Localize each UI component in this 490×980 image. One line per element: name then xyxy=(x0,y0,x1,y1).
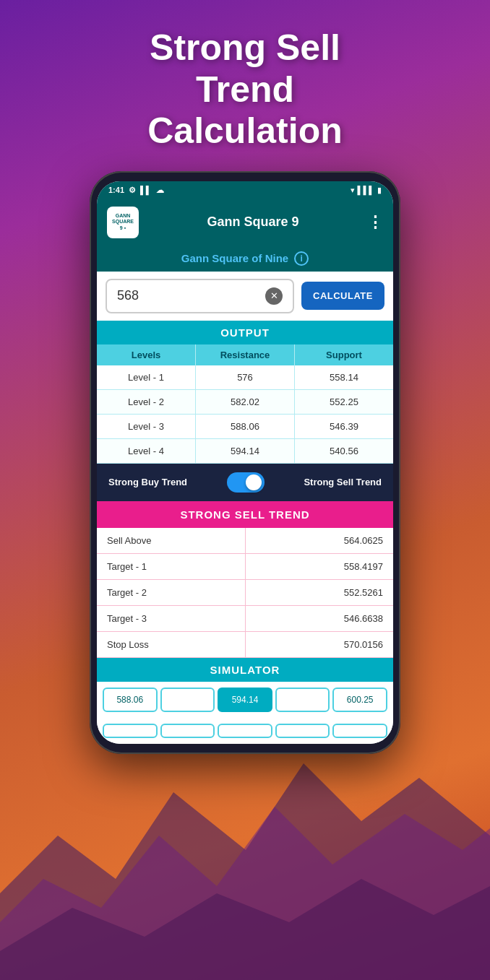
battery-icon: ▮ xyxy=(377,186,382,195)
output-table-header: Levels Resistance Support xyxy=(97,344,393,365)
sell-trend-label: Strong Sell Trend xyxy=(304,477,382,487)
sim-cell-3[interactable]: 594.14 xyxy=(218,688,272,712)
toggle-knob xyxy=(246,474,262,490)
target-1-label: Target - 1 xyxy=(97,554,246,579)
settings-icon: ⚙ xyxy=(129,186,136,195)
level-1-support: 558.14 xyxy=(295,365,393,389)
hero-title-line2: Trend xyxy=(43,69,447,111)
status-left: 1:41 ⚙ ▌▌ ☁ xyxy=(108,186,164,195)
sim-value-5: 600.25 xyxy=(347,695,374,705)
table-row: Level - 4 594.14 540.56 xyxy=(97,439,393,464)
status-right: ▾ ▌▌▌ ▮ xyxy=(351,186,382,195)
sub-header: Gann Square of Nine i xyxy=(97,246,393,272)
app-logo: GANN SQUARE 9 ▪ xyxy=(107,207,139,238)
strong-sell-section: STRONG SELL TREND Sell Above 564.0625 Ta… xyxy=(97,501,393,658)
level-2-support: 552.25 xyxy=(295,390,393,414)
phone-screen: 1:41 ⚙ ▌▌ ☁ ▾ ▌▌▌ ▮ GANN SQUARE 9 ▪ xyxy=(97,181,393,744)
col-support: Support xyxy=(295,344,393,365)
output-section: OUTPUT Levels Resistance Support Level -… xyxy=(97,321,393,464)
number-input-field[interactable]: 568 ✕ xyxy=(106,279,294,313)
hero-title-line1: Strong Sell xyxy=(43,27,447,69)
sim-value-3: 594.14 xyxy=(232,695,259,705)
output-header: OUTPUT xyxy=(97,321,393,344)
level-1-resistance: 576 xyxy=(196,365,295,389)
sim-cell-10[interactable] xyxy=(332,724,387,738)
sell-trend-header: STRONG SELL TREND xyxy=(97,501,393,528)
trend-toggle-switch[interactable] xyxy=(227,472,265,493)
target-3-value: 546.6638 xyxy=(246,606,394,631)
simulator-header: SIMULATOR xyxy=(97,658,393,682)
table-row: Level - 2 582.02 552.25 xyxy=(97,390,393,415)
target-2-label: Target - 2 xyxy=(97,580,246,605)
clear-icon[interactable]: ✕ xyxy=(265,287,283,305)
sim-cell-8[interactable] xyxy=(218,724,272,738)
wifi-icon: ▾ xyxy=(351,186,355,195)
sim-cell-5[interactable]: 600.25 xyxy=(332,688,387,712)
level-4-support: 540.56 xyxy=(295,439,393,463)
target-3-label: Target - 3 xyxy=(97,606,246,631)
target-2-value: 552.5261 xyxy=(246,580,394,605)
input-value: 568 xyxy=(117,288,139,303)
col-resistance: Resistance xyxy=(196,344,295,365)
sim-cell-9[interactable] xyxy=(275,724,330,738)
app-bar: GANN SQUARE 9 ▪ Gann Square 9 ⋮ xyxy=(97,199,393,246)
phone-container: 1:41 ⚙ ▌▌ ☁ ▾ ▌▌▌ ▮ GANN SQUARE 9 ▪ xyxy=(0,171,490,754)
sell-above-value: 564.0625 xyxy=(246,528,394,553)
sim-cell-2[interactable] xyxy=(160,688,215,712)
level-2-label: Level - 2 xyxy=(97,390,196,414)
sim-value-1: 588.06 xyxy=(116,695,143,705)
cellular-icon: ▌▌▌ xyxy=(358,186,374,194)
phone-body: 1:41 ⚙ ▌▌ ☁ ▾ ▌▌▌ ▮ GANN SQUARE 9 ▪ xyxy=(90,171,400,754)
more-vert-icon[interactable]: ⋮ xyxy=(367,213,383,232)
level-3-support: 546.39 xyxy=(295,415,393,438)
buy-trend-label: Strong Buy Trend xyxy=(108,477,187,487)
simulator-section: SIMULATOR 588.06 594.14 600.25 xyxy=(97,658,393,744)
sell-row-sell-above: Sell Above 564.0625 xyxy=(97,528,393,554)
signal-icon: ▌▌ xyxy=(140,186,152,194)
target-1-value: 558.4197 xyxy=(246,554,394,579)
table-row: Level - 1 576 558.14 xyxy=(97,365,393,390)
level-3-resistance: 588.06 xyxy=(196,415,295,438)
simulator-row-1: 588.06 594.14 600.25 xyxy=(97,682,393,718)
sell-row-target-2: Target - 2 552.5261 xyxy=(97,580,393,606)
hero-title-line3: Calculation xyxy=(43,110,447,152)
trend-toggle-section: Strong Buy Trend Strong Sell Trend xyxy=(97,464,393,501)
sim-cell-1[interactable]: 588.06 xyxy=(103,688,158,712)
status-bar: 1:41 ⚙ ▌▌ ☁ ▾ ▌▌▌ ▮ xyxy=(97,181,393,199)
stop-loss-label: Stop Loss xyxy=(97,632,246,657)
col-levels: Levels xyxy=(97,344,196,365)
sim-cell-7[interactable] xyxy=(160,724,215,738)
level-2-resistance: 582.02 xyxy=(196,390,295,414)
calculate-button[interactable]: CALCULATE xyxy=(301,282,384,310)
sell-row-target-1: Target - 1 558.4197 xyxy=(97,554,393,580)
app-title: Gann Square 9 xyxy=(147,214,358,230)
sim-cell-6[interactable] xyxy=(103,724,158,738)
hero-title-block: Strong Sell Trend Calculation xyxy=(0,0,490,164)
sim-cell-4[interactable] xyxy=(275,688,330,712)
level-3-label: Level - 3 xyxy=(97,415,196,438)
simulator-row-2 xyxy=(97,718,393,744)
cloud-icon: ☁ xyxy=(156,186,164,195)
level-4-label: Level - 4 xyxy=(97,439,196,463)
level-4-resistance: 594.14 xyxy=(196,439,295,463)
info-icon[interactable]: i xyxy=(294,251,309,266)
stop-loss-value: 570.0156 xyxy=(246,632,394,657)
sell-above-label: Sell Above xyxy=(97,528,246,553)
sell-row-target-3: Target - 3 546.6638 xyxy=(97,606,393,632)
input-section: 568 ✕ CALCULATE xyxy=(97,272,393,321)
sub-header-label: Gann Square of Nine xyxy=(181,252,288,264)
sell-row-stop-loss: Stop Loss 570.0156 xyxy=(97,632,393,658)
status-time: 1:41 xyxy=(108,186,124,194)
table-row: Level - 3 588.06 546.39 xyxy=(97,415,393,439)
level-1-label: Level - 1 xyxy=(97,365,196,389)
